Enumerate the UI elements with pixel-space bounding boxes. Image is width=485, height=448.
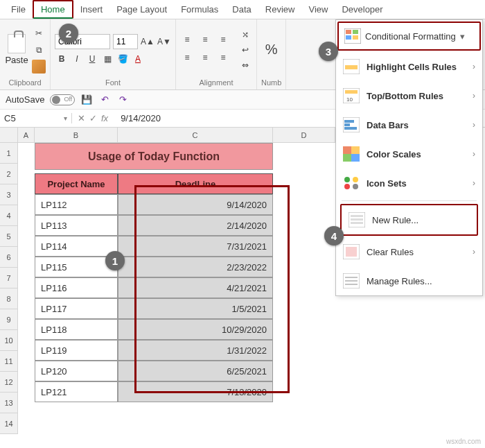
cell-project[interactable]: LP113: [35, 215, 118, 236]
cell-project[interactable]: LP116: [35, 277, 118, 298]
cell-deadline[interactable]: 1/31/2022: [118, 340, 273, 361]
cell-deadline[interactable]: 6/25/2021: [118, 361, 273, 381]
merge-button[interactable]: ⇔: [238, 58, 252, 72]
cell-project[interactable]: LP114: [35, 236, 118, 257]
tab-page-layout[interactable]: Page Layout: [109, 1, 174, 17]
tab-review[interactable]: Review: [258, 1, 302, 17]
cell-deadline[interactable]: 7/13/2020: [118, 381, 273, 402]
cell-project[interactable]: LP112: [35, 194, 118, 215]
row-header[interactable]: 3: [0, 184, 18, 205]
row-header[interactable]: 9: [0, 309, 18, 330]
cell-deadline[interactable]: 1/5/2021: [118, 298, 273, 319]
row-header[interactable]: 10: [0, 330, 18, 351]
align-center-button[interactable]: ≡: [198, 51, 212, 64]
table-title[interactable]: Usage of Today Function: [35, 143, 273, 170]
fill-color-button[interactable]: 🪣: [116, 52, 130, 66]
tab-view[interactable]: View: [301, 1, 335, 17]
col-header[interactable]: C: [118, 128, 273, 143]
bold-button[interactable]: B: [55, 52, 69, 66]
row-header[interactable]: 14: [0, 413, 18, 434]
manage-rules-icon: [343, 273, 360, 288]
table-row: LP1129/14/2020: [35, 194, 273, 215]
orientation-button[interactable]: ⤭: [238, 28, 252, 42]
cf-icon-sets[interactable]: Icon Sets ›: [336, 169, 482, 198]
svg-rect-2: [353, 30, 358, 34]
cf-clear-rules[interactable]: Clear Rules ›: [336, 237, 482, 266]
autosave-toggle[interactable]: Off: [50, 94, 75, 105]
conditional-formatting-menu: Conditional Formatting ▾ Highlight Cells…: [335, 19, 483, 296]
cell-deadline[interactable]: 9/14/2020: [118, 194, 273, 215]
row-header[interactable]: 8: [0, 288, 18, 309]
col-header[interactable]: D: [273, 128, 335, 143]
cell-deadline[interactable]: 10/29/2020: [118, 319, 273, 340]
svg-rect-23: [351, 215, 363, 217]
cell-deadline[interactable]: 7/31/2021: [118, 236, 273, 257]
row-header[interactable]: 5: [0, 226, 18, 247]
align-right-button[interactable]: ≡: [216, 51, 230, 64]
row-header[interactable]: 7: [0, 268, 18, 288]
row-header[interactable]: 11: [0, 351, 18, 372]
cell-project[interactable]: LP118: [35, 319, 118, 340]
tab-file[interactable]: File: [4, 1, 33, 17]
cf-data-bars[interactable]: Data Bars ›: [336, 110, 482, 139]
cell-project[interactable]: LP120: [35, 361, 118, 381]
header-deadline[interactable]: DeadLine: [118, 173, 273, 194]
cf-manage-rules[interactable]: Manage Rules...: [336, 266, 482, 295]
cf-item-label: Clear Rules: [367, 247, 466, 257]
svg-rect-4: [353, 35, 358, 40]
tab-developer[interactable]: Developer: [335, 1, 389, 17]
align-middle-button[interactable]: ≡: [198, 33, 212, 46]
underline-button[interactable]: U: [85, 52, 99, 66]
align-top-button[interactable]: ≡: [180, 33, 194, 46]
tab-formulas[interactable]: Formulas: [174, 1, 225, 17]
undo-icon[interactable]: ↶: [98, 94, 111, 106]
col-header[interactable]: A: [18, 128, 35, 143]
cf-top-bottom[interactable]: 10 Top/Bottom Rules ›: [336, 81, 482, 110]
row-header[interactable]: 2: [0, 164, 18, 184]
border-button[interactable]: ▦: [100, 52, 114, 66]
row-header[interactable]: 13: [0, 393, 18, 413]
header-project[interactable]: Project Name: [35, 173, 118, 194]
cf-highlight-cells[interactable]: Highlight Cells Rules ›: [336, 52, 482, 81]
row-header[interactable]: 6: [0, 247, 18, 268]
tab-home[interactable]: Home: [33, 0, 73, 19]
increase-font-button[interactable]: A▲: [141, 35, 155, 49]
align-left-button[interactable]: ≡: [180, 51, 194, 64]
cut-button[interactable]: ✂: [32, 26, 46, 40]
save-icon[interactable]: 💾: [80, 94, 93, 106]
select-all-corner[interactable]: [0, 128, 18, 143]
svg-rect-17: [351, 154, 360, 162]
cell-deadline[interactable]: 2/23/2022: [118, 257, 273, 277]
cell-project[interactable]: LP117: [35, 298, 118, 319]
cf-color-scales[interactable]: Color Scales ›: [336, 139, 482, 169]
paste-button[interactable]: Paste: [4, 31, 29, 69]
row-header[interactable]: 4: [0, 205, 18, 226]
wrap-text-button[interactable]: ↩: [238, 43, 252, 57]
svg-rect-27: [346, 247, 357, 257]
row-header[interactable]: 12: [0, 372, 18, 393]
conditional-formatting-button[interactable]: Conditional Formatting ▾: [337, 21, 481, 51]
tab-insert[interactable]: Insert: [73, 1, 110, 17]
cell-project[interactable]: LP121: [35, 381, 118, 402]
fx-icon[interactable]: fx: [101, 113, 108, 123]
cf-new-rule[interactable]: New Rule...: [340, 204, 478, 236]
format-painter-icon[interactable]: [32, 60, 46, 74]
enter-icon[interactable]: ✓: [89, 113, 97, 123]
col-header[interactable]: B: [35, 128, 118, 143]
italic-button[interactable]: I: [70, 52, 84, 66]
redo-icon[interactable]: ↷: [116, 94, 129, 106]
cell-deadline[interactable]: 2/14/2020: [118, 215, 273, 236]
copy-button[interactable]: ⧉: [32, 43, 46, 57]
cancel-icon[interactable]: ✕: [78, 113, 85, 123]
row-header[interactable]: 1: [0, 143, 18, 164]
tab-data[interactable]: Data: [225, 1, 258, 17]
percent-icon[interactable]: %: [265, 42, 278, 58]
cell-project[interactable]: LP119: [35, 340, 118, 361]
font-color-button[interactable]: A: [131, 52, 145, 66]
decrease-font-button[interactable]: A▼: [157, 35, 171, 49]
svg-rect-8: [345, 90, 358, 94]
align-bottom-button[interactable]: ≡: [216, 33, 230, 46]
font-size-select[interactable]: [113, 34, 138, 49]
name-box[interactable]: C5 ▾: [0, 113, 72, 123]
cell-deadline[interactable]: 4/21/2021: [118, 277, 273, 298]
